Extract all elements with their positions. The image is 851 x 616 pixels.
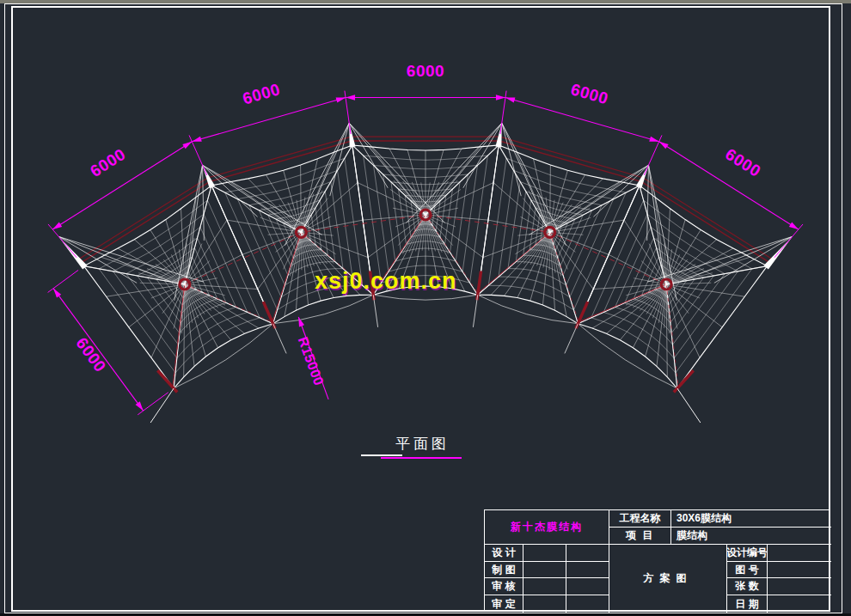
sign-field (523, 578, 566, 595)
svg-text:6000: 6000 (569, 80, 610, 107)
sign-field (566, 578, 609, 595)
date-value (768, 595, 831, 613)
item-label: 项 目 (609, 528, 671, 545)
sign-label-design: 设 计 (485, 545, 523, 562)
svg-text:6000: 6000 (72, 334, 109, 375)
project-name-value: 30X6膜结构 (671, 510, 831, 528)
membrane-mesh (84, 145, 768, 388)
company-name: 新十杰膜结构 (485, 510, 609, 545)
sign-field (566, 562, 609, 578)
caption-underline-magenta (381, 457, 462, 459)
title-block: 新十杰膜结构 工程名称 30X6膜结构 项 目 膜结构 设 计 制 图 审 核 … (484, 509, 830, 612)
svg-text:R15000: R15000 (296, 335, 327, 387)
cad-plan-screenshot: { "window": { "top_strip_color": "#7c7c7… (0, 0, 851, 616)
design-no-label: 设计编号 (727, 545, 768, 562)
watermark: xsj0.com.cn (315, 268, 457, 295)
drawing-no-label: 图 号 (727, 562, 768, 578)
svg-text:6000: 6000 (407, 62, 444, 80)
svg-text:6000: 6000 (722, 145, 764, 180)
sheet-count-value (768, 578, 831, 595)
caption-underline-white (361, 454, 402, 456)
scheme-label: 方案图 (609, 545, 727, 613)
svg-text:6000: 6000 (241, 80, 282, 107)
drawing-no-value (768, 562, 831, 578)
sign-label-approve: 审 定 (485, 595, 523, 613)
svg-text:6000: 6000 (87, 145, 129, 180)
design-no-value (768, 545, 831, 562)
sign-field (523, 595, 566, 613)
date-label: 日 期 (727, 595, 768, 613)
plan-caption: 平面图 (395, 434, 450, 454)
sign-label-check: 审 核 (485, 578, 523, 595)
sheet-count-label: 张 数 (727, 578, 768, 595)
sign-field (566, 595, 609, 613)
sign-field (566, 545, 609, 562)
item-value: 膜结构 (671, 528, 831, 545)
project-name-label: 工程名称 (609, 510, 671, 528)
sign-label-draft: 制 图 (485, 562, 523, 578)
sign-field (523, 562, 566, 578)
sign-field (523, 545, 566, 562)
